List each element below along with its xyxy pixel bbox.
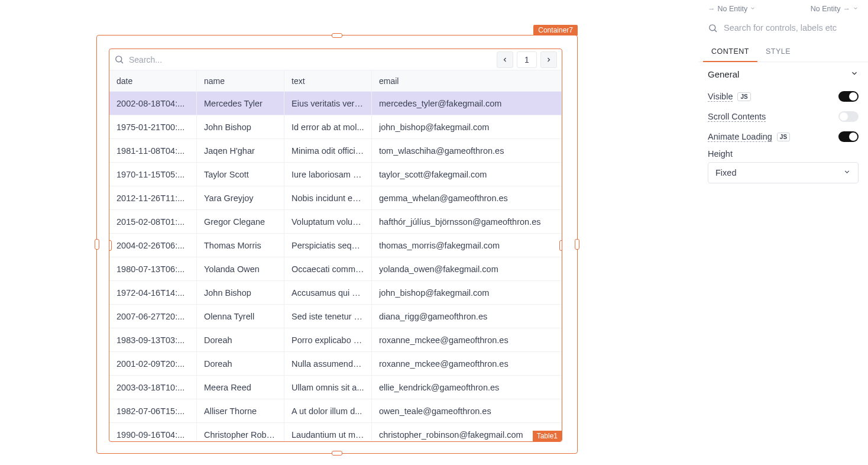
cell-email[interactable]: ellie_kendrick@gameofthron.es — [372, 376, 562, 399]
cell-name[interactable]: Olenna Tyrell — [197, 305, 284, 328]
cell-text[interactable]: Porro explicabo c... — [284, 328, 372, 351]
cell-text[interactable]: Iure laboriosam q... — [284, 163, 372, 186]
cell-date[interactable]: 1983-09-13T03:... — [109, 328, 197, 351]
tab-style[interactable]: STYLE — [757, 43, 799, 62]
visible-toggle[interactable] — [838, 91, 859, 102]
col-header-date[interactable]: date — [109, 70, 197, 91]
cell-date[interactable]: 1980-07-13T06:... — [109, 257, 197, 280]
canvas[interactable]: Container7 date — [0, 0, 698, 465]
table-row[interactable]: 1983-09-13T03:...DoreahPorro explicabo c… — [109, 328, 562, 352]
cell-email[interactable]: yolanda_owen@fakegmail.com — [372, 257, 562, 280]
next-page-button[interactable] — [540, 51, 557, 68]
cell-email[interactable]: mercedes_tyler@fakegmail.com — [372, 92, 562, 115]
cell-name[interactable]: Mercedes Tyler — [197, 92, 284, 115]
table-row[interactable]: 1981-11-08T04:...Jaqen H'gharMinima odit… — [109, 139, 562, 163]
table-widget[interactable]: date name text email 2002-08-18T04:...Me… — [109, 49, 562, 442]
cell-name[interactable]: Taylor Scott — [197, 163, 284, 186]
cell-date[interactable]: 2002-08-18T04:... — [109, 92, 197, 115]
cell-email[interactable]: roxanne_mckee@gameofthron.es — [372, 352, 562, 375]
cell-name[interactable]: Doreah — [197, 352, 284, 375]
table-row[interactable]: 2012-11-26T11:...Yara GreyjoyNobis incid… — [109, 186, 562, 210]
cell-date[interactable]: 1990-09-16T04:... — [109, 423, 197, 442]
cell-email[interactable]: gemma_whelan@gameofthron.es — [372, 186, 562, 209]
table-row[interactable]: 1975-01-21T00:...John BishopId error ab … — [109, 115, 562, 139]
cell-name[interactable]: Doreah — [197, 328, 284, 351]
height-select[interactable]: Fixed — [708, 162, 859, 183]
cell-date[interactable]: 2003-03-18T10:... — [109, 376, 197, 399]
cell-email[interactable]: hafthór_júlíus_björnsson@gameofthron.es — [372, 210, 562, 233]
panel-search-input[interactable] — [724, 23, 859, 33]
cell-name[interactable]: Yolanda Owen — [197, 257, 284, 280]
cell-date[interactable]: 2001-02-09T20:... — [109, 352, 197, 375]
table-row[interactable]: 2004-02-26T06:...Thomas MorrisPerspiciat… — [109, 234, 562, 257]
cell-name[interactable]: Alliser Thorne — [197, 399, 284, 422]
cell-date[interactable]: 2015-02-08T01:... — [109, 210, 197, 233]
cell-name[interactable]: Thomas Morris — [197, 234, 284, 257]
page-number-input[interactable] — [517, 51, 537, 68]
animate-loading-toggle[interactable] — [838, 131, 859, 142]
table-row[interactable]: 1970-11-15T05:...Taylor ScottIure labori… — [109, 163, 562, 186]
resize-handle-right[interactable] — [559, 240, 562, 251]
tab-content[interactable]: CONTENT — [703, 43, 757, 62]
cell-email[interactable]: taylor_scott@fakegmail.com — [372, 163, 562, 186]
cell-email[interactable]: thomas_morris@fakegmail.com — [372, 234, 562, 257]
section-general-header[interactable]: General — [698, 62, 868, 86]
table-row[interactable]: 2007-06-27T20:...Olenna TyrellSed iste t… — [109, 305, 562, 328]
table-row[interactable]: 2002-08-18T04:...Mercedes TylerEius veri… — [109, 92, 562, 115]
resize-handle-right[interactable] — [575, 239, 579, 250]
table-row[interactable]: 2015-02-08T01:...Gregor CleganeVoluptatu… — [109, 210, 562, 234]
resize-handle-bottom[interactable] — [332, 451, 342, 456]
cell-date[interactable]: 2007-06-27T20:... — [109, 305, 197, 328]
table-row[interactable]: 1980-07-13T06:...Yolanda OwenOccaecati c… — [109, 257, 562, 281]
cell-date[interactable]: 1981-11-08T04:... — [109, 139, 197, 162]
resize-handle-top[interactable] — [332, 33, 342, 38]
cell-name[interactable]: Christopher Robin... — [197, 423, 284, 442]
cell-name[interactable]: Jaqen H'ghar — [197, 139, 284, 162]
resize-handle-left[interactable] — [95, 239, 99, 250]
resize-handle-left[interactable] — [109, 240, 112, 251]
cell-name[interactable]: Meera Reed — [197, 376, 284, 399]
cell-date[interactable]: 1982-07-06T15:... — [109, 399, 197, 422]
cell-text[interactable]: Sed iste tenetur u... — [284, 305, 372, 328]
cell-name[interactable]: John Bishop — [197, 281, 284, 304]
js-badge[interactable]: JS — [737, 92, 750, 101]
cell-text[interactable]: Voluptatum volup... — [284, 210, 372, 233]
cell-date[interactable]: 1972-04-16T14:... — [109, 281, 197, 304]
cell-text[interactable]: Accusamus qui di... — [284, 281, 372, 304]
cell-text[interactable]: Laudantium ut mo... — [284, 423, 372, 442]
cell-date[interactable]: 2012-11-26T11:... — [109, 186, 197, 209]
cell-email[interactable]: john_bishop@fakegmail.com — [372, 281, 562, 304]
cell-email[interactable]: roxanne_mckee@gameofthron.es — [372, 328, 562, 351]
table-search-input[interactable] — [129, 55, 497, 64]
table-row[interactable]: 2003-03-18T10:...Meera ReedUllam omnis s… — [109, 376, 562, 399]
cell-text[interactable]: Nulla assumenda ... — [284, 352, 372, 375]
cell-text[interactable]: Perspiciatis sequi ... — [284, 234, 372, 257]
cell-email[interactable]: owen_teale@gameofthron.es — [372, 399, 562, 422]
cell-text[interactable]: Nobis incidunt ea ... — [284, 186, 372, 209]
cell-name[interactable]: Gregor Clegane — [197, 210, 284, 233]
cell-name[interactable]: John Bishop — [197, 115, 284, 138]
table-row[interactable]: 1990-09-16T04:...Christopher Robin...Lau… — [109, 423, 562, 442]
cell-text[interactable]: Occaecati commo... — [284, 257, 372, 280]
table-row[interactable]: 1982-07-06T15:...Alliser ThorneA ut dolo… — [109, 399, 562, 423]
cell-text[interactable]: A ut dolor illum d... — [284, 399, 372, 422]
prev-page-button[interactable] — [497, 51, 513, 68]
col-header-name[interactable]: name — [197, 70, 284, 91]
col-header-text[interactable]: text — [284, 70, 372, 91]
cell-text[interactable]: Eius veritatis vero ... — [284, 92, 372, 115]
incoming-entity-dropdown[interactable]: → No Entity — [708, 5, 756, 13]
cell-name[interactable]: Yara Greyjoy — [197, 186, 284, 209]
table-row[interactable]: 1972-04-16T14:...John BishopAccusamus qu… — [109, 281, 562, 305]
js-badge[interactable]: JS — [777, 133, 790, 141]
cell-email[interactable]: john_bishop@fakegmail.com — [372, 115, 562, 138]
col-header-email[interactable]: email — [372, 70, 562, 91]
cell-text[interactable]: Minima odit officii... — [284, 139, 372, 162]
scroll-contents-toggle[interactable] — [838, 111, 859, 122]
cell-text[interactable]: Ullam omnis sit a... — [284, 376, 372, 399]
cell-date[interactable]: 2004-02-26T06:... — [109, 234, 197, 257]
table-row[interactable]: 2001-02-09T20:...DoreahNulla assumenda .… — [109, 352, 562, 376]
outgoing-entity-dropdown[interactable]: No Entity → — [811, 5, 859, 13]
cell-date[interactable]: 1970-11-15T05:... — [109, 163, 197, 186]
cell-text[interactable]: Id error ab at mol... — [284, 115, 372, 138]
cell-date[interactable]: 1975-01-21T00:... — [109, 115, 197, 138]
